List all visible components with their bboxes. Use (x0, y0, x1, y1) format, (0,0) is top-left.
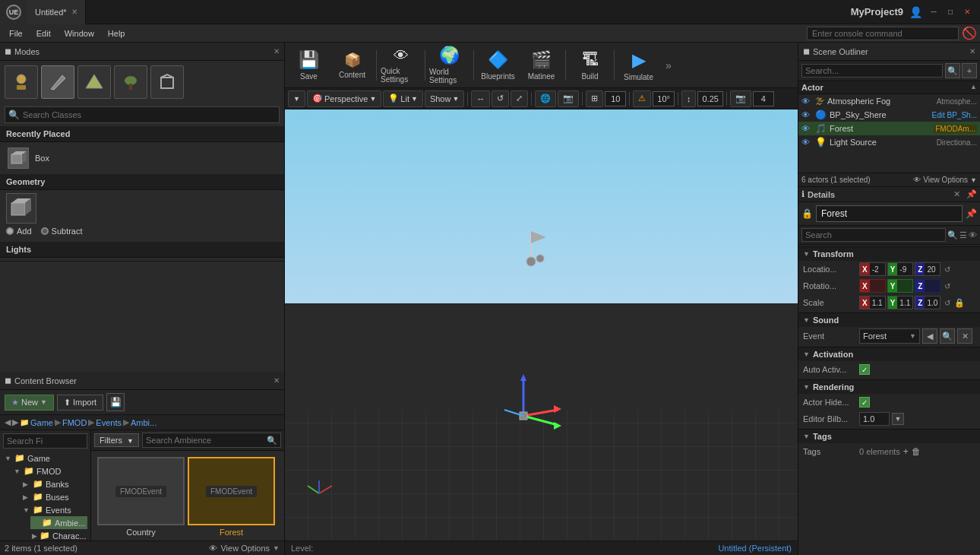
bc-events[interactable]: Events (96, 418, 122, 427)
bc-ambi[interactable]: Ambi... (131, 418, 156, 427)
scale-x-box[interactable]: X 1.1 (859, 296, 886, 309)
tree-game[interactable]: ▼ 📁 Game (3, 452, 87, 465)
actor-hidden-checkbox[interactable]: ✓ (859, 397, 870, 408)
outliner-settings-button[interactable]: + (962, 63, 977, 78)
tree-ambie[interactable]: 📁 Ambie... (30, 516, 87, 529)
camera-speed-button[interactable]: 📷 (730, 90, 751, 107)
viewport-options-button[interactable]: ▼ (288, 90, 305, 107)
scale-reset-button[interactable]: ↺ (942, 297, 953, 308)
location-y-box[interactable]: Y -9 (887, 262, 914, 276)
outliner-close-button[interactable]: ✕ (969, 47, 975, 56)
menu-file[interactable]: File (3, 27, 29, 40)
scale-y-box[interactable]: Y 1.1 (887, 296, 914, 309)
perspective-button[interactable]: 🎯 Perspective ▼ (307, 90, 381, 107)
details-search-input[interactable] (801, 228, 946, 242)
bc-forward-icon[interactable]: ▶ (12, 417, 18, 427)
rotation-reset-button[interactable]: ↺ (942, 281, 953, 291)
auto-activate-checkbox[interactable]: ✓ (859, 364, 870, 375)
main-tab[interactable]: Untitled* ✕ (27, 0, 86, 24)
viewport-canvas[interactable] (285, 109, 798, 541)
menu-window[interactable]: Window (58, 27, 100, 40)
save-toolbar-button[interactable]: 💾 Save (288, 45, 330, 86)
translate-button[interactable]: ↔ (471, 90, 490, 107)
eye-light-icon[interactable]: 👁 (801, 138, 812, 147)
build-button[interactable]: 🏗 Build (569, 45, 611, 86)
location-x-box[interactable]: X -2 (859, 262, 886, 276)
maximize-button[interactable]: □ (945, 7, 956, 17)
new-button[interactable]: ★ New ▼ (5, 395, 54, 411)
mode-geometry[interactable] (150, 65, 184, 99)
tags-header[interactable]: ▼ Tags (798, 429, 980, 443)
bc-back-icon[interactable]: ◀ (5, 417, 11, 427)
outliner-row-light[interactable]: 👁 💡 Light Source Directiona... (798, 135, 980, 149)
recently-placed-header[interactable]: Recently Placed (0, 126, 284, 142)
rendering-header[interactable]: ▼ Rendering (798, 379, 980, 394)
geometry-header[interactable]: Geometry (0, 174, 284, 190)
mode-landscape[interactable] (77, 65, 111, 99)
content-toolbar-button[interactable]: 📦 Content (331, 45, 373, 86)
eye-forest-icon[interactable]: 👁 (801, 124, 812, 133)
save-all-button[interactable]: 💾 (106, 393, 125, 411)
scale-button[interactable]: ⤢ (511, 90, 528, 107)
outliner-row-forest[interactable]: 👁 🎵 Forest FMODAm... (798, 122, 980, 135)
event-navigate-back[interactable]: ◀ (922, 328, 937, 344)
scale-icon-btn[interactable]: ↕ (681, 90, 697, 107)
show-button[interactable]: Show ▼ (425, 90, 464, 107)
sound-header[interactable]: ▼ Sound (798, 312, 980, 327)
tree-banks[interactable]: ▶ 📁 Banks (21, 477, 87, 490)
blueprints-button[interactable]: 🔷 Blueprints (477, 45, 519, 86)
cb-view-options-label[interactable]: View Options (220, 544, 270, 553)
menu-edit[interactable]: Edit (30, 27, 57, 40)
outliner-row-sky[interactable]: 👁 🔵 BP_Sky_Shere Edit BP_Sh... (798, 108, 980, 122)
matinee-button[interactable]: 🎬 Matinee (520, 45, 562, 86)
search-fi-input[interactable] (7, 436, 91, 446)
mode-place[interactable] (5, 65, 38, 99)
bc-fmod[interactable]: FMOD (62, 418, 87, 427)
lit-button[interactable]: 💡 Lit ▼ (383, 90, 423, 107)
editor-billboard-dropdown[interactable]: ▼ (892, 413, 904, 425)
mode-paint[interactable] (41, 65, 74, 99)
rotate-button[interactable]: ↺ (492, 90, 509, 107)
simulate-button[interactable]: ▶ Simulate (618, 45, 659, 86)
lights-header[interactable]: Lights (0, 242, 284, 258)
tab-close-icon[interactable]: ✕ (71, 8, 77, 16)
menu-help[interactable]: Help (102, 27, 131, 40)
search-ambience-input[interactable] (146, 436, 267, 445)
auto-activate-check-box[interactable]: ✓ (859, 364, 870, 375)
tree-charac[interactable]: ▶ 📁 Charac... (30, 529, 87, 541)
activation-header[interactable]: ▼ Activation (798, 347, 980, 361)
search-classes-input[interactable] (23, 110, 276, 119)
actor-name-input[interactable] (816, 205, 963, 222)
placed-item-box[interactable]: Box (6, 145, 278, 171)
location-reset-button[interactable]: ↺ (942, 264, 953, 274)
grid-button[interactable]: ⊞ (586, 90, 603, 107)
tree-buses[interactable]: ▶ 📁 Buses (21, 490, 87, 503)
camera-button[interactable]: 📷 (558, 90, 579, 107)
tags-delete-button[interactable]: 🗑 (912, 446, 921, 457)
console-input[interactable] (807, 27, 959, 40)
rotation-y-box[interactable]: Y (887, 279, 914, 293)
location-z-box[interactable]: Z 20 (915, 262, 940, 276)
eye-sky-icon[interactable]: 👁 (801, 110, 812, 119)
outliner-search-button[interactable]: 🔍 (945, 63, 960, 78)
editor-billboard-input[interactable] (859, 412, 890, 426)
asset-country-thumb[interactable]: FMODEvent (97, 457, 185, 525)
subtract-radio[interactable]: Subtract (41, 227, 83, 236)
tags-add-button[interactable]: + (903, 446, 909, 457)
outliner-row-fog[interactable]: 👁 🌫 Atmospheric Fog Atmosphe... (798, 94, 980, 108)
level-name-link[interactable]: Untitled (Persistent) (718, 544, 792, 553)
event-clear-button[interactable]: ✕ (957, 328, 972, 344)
close-button[interactable]: ✕ (962, 7, 972, 17)
world-local-button[interactable]: 🌐 (535, 90, 556, 107)
modes-close-button[interactable]: ✕ (273, 47, 280, 56)
add-radio[interactable]: Add (6, 227, 32, 236)
asset-forest-thumb[interactable]: FMODEvent (188, 457, 275, 525)
transform-header[interactable]: ▼ Transform (798, 246, 980, 261)
import-button[interactable]: ⬆ Import (57, 395, 103, 411)
tree-fmod[interactable]: ▼ 📁 FMOD (12, 465, 87, 477)
tree-events[interactable]: ▼ 📁 Events (21, 503, 87, 516)
world-settings-button[interactable]: 🌍 World Settings (428, 45, 470, 86)
eye-fog-icon[interactable]: 👁 (801, 97, 812, 106)
scale-z-box[interactable]: Z 1.0 (915, 296, 940, 309)
details-close-button[interactable]: ✕ (953, 189, 960, 199)
